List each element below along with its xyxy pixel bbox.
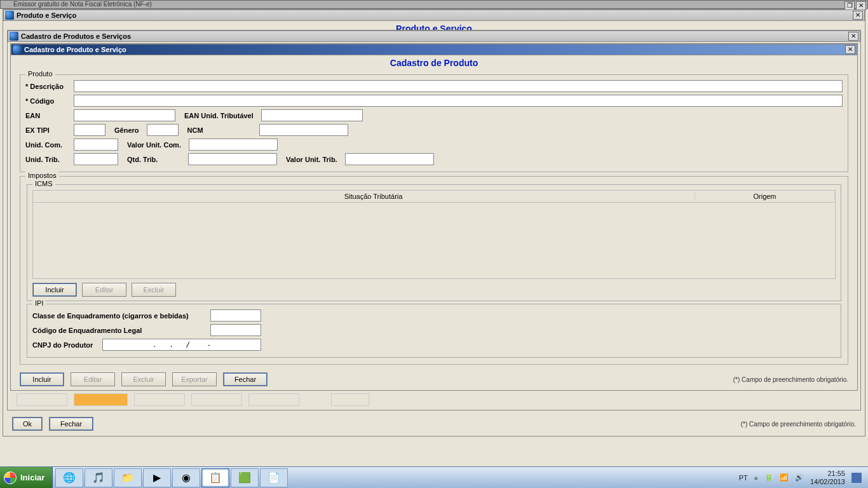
incluir-button[interactable]: Incluir	[20, 372, 64, 386]
required-hint-outer: (*) Campo de preenchimento obrigatório.	[741, 421, 856, 428]
taskbar-app-icon[interactable]: 🟩	[231, 468, 259, 487]
label-unid-trib: Unid. Trib.	[25, 156, 74, 163]
input-codigo[interactable]	[74, 95, 843, 107]
icms-editar-button: Editar	[82, 283, 126, 297]
label-ean: EAN	[25, 112, 74, 119]
group-icms: ICMS Situação Tributária Origem Incluir …	[27, 184, 841, 301]
input-unid-trib[interactable]	[74, 153, 118, 165]
input-valor-unit-com[interactable]	[189, 139, 278, 151]
tray-volume-icon[interactable]: 🔊	[795, 473, 804, 482]
legend-impostos: Impostos	[25, 172, 59, 179]
tray-battery-icon[interactable]: 🔋	[764, 473, 773, 482]
taskbar-nfe-icon[interactable]: 📋	[201, 468, 229, 487]
fechar-button[interactable]: Fechar	[223, 372, 268, 386]
tray-date: 14/02/2013	[810, 478, 845, 485]
taskbar-media-icon[interactable]: 🎵	[85, 468, 112, 487]
window-titlebar-2: Cadastro de Produtos e Serviços ✕	[8, 30, 860, 42]
window-titlebar-1: Produto e Serviço ✕	[3, 10, 865, 21]
page-heading-1: Produto e Serviço	[3, 21, 865, 30]
app-icon	[5, 11, 14, 20]
group-produto: Produto Descrição Código EAN EAN Unid. T…	[20, 74, 848, 172]
close-icon[interactable]: ✕	[848, 32, 858, 41]
windows-logo-icon	[4, 471, 17, 484]
window-controls-topmost: ❐ ✕	[844, 1, 866, 10]
hidden-button-row	[17, 393, 851, 407]
icms-table-body[interactable]	[32, 203, 836, 279]
taskbar: Iniciar 🌐 🎵 📁 ▶ ◉ 📋 🟩 📄 PT « 🔋 📶 🔊 21:55…	[0, 466, 868, 488]
label-classe-enq: Classe de Enquadramento (cigarros e bebi…	[32, 312, 210, 320]
taskbar-chrome-icon[interactable]: ◉	[172, 468, 200, 487]
input-classe-enq[interactable]	[210, 309, 261, 322]
input-valor-unit-trib[interactable]	[345, 153, 434, 165]
label-ncm: NCM	[187, 126, 207, 134]
tray-show-desktop-icon[interactable]	[851, 473, 862, 483]
window-title-2: Cadastro de Produtos e Serviços	[21, 32, 131, 40]
window-title-3: Cadastro de Produto e Serviço	[24, 46, 126, 53]
exportar-button: Exportar	[172, 372, 217, 386]
window-titlebar-3: Cadastro de Produto e Serviço ✕	[11, 44, 857, 55]
app-title-hidden: Emissor gratuito de Nota Fiscal Eletrôni…	[13, 1, 152, 8]
close-icon[interactable]: ✕	[853, 11, 863, 20]
window-title-1: Produto e Serviço	[17, 11, 76, 19]
page-heading: Cadastro de Produto	[11, 55, 857, 71]
app-icon	[13, 45, 22, 54]
legend-produto: Produto	[25, 70, 55, 78]
label-cod-enq: Código de Enquadramento Legal	[32, 327, 210, 334]
ok-button[interactable]: Ok	[12, 417, 43, 431]
input-cod-enq[interactable]	[210, 324, 261, 336]
tray-clock[interactable]: 21:55 14/02/2013	[810, 470, 845, 485]
group-impostos: Impostos ICMS Situação Tributária Origem…	[20, 176, 848, 365]
close-icon[interactable]: ✕	[845, 45, 855, 54]
label-qtd-trib: Qtd. Trib.	[127, 156, 184, 163]
tray-expand-icon[interactable]: «	[754, 474, 758, 482]
start-label: Iniciar	[20, 473, 44, 482]
legend-icms: ICMS	[32, 180, 55, 187]
group-ipi: IPI Classe de Enquadramento (cigarros e …	[27, 304, 841, 358]
label-ean-trib: EAN Unid. Tributável	[184, 112, 257, 119]
icms-incluir-button[interactable]: Incluir	[32, 283, 77, 297]
input-descricao[interactable]	[74, 80, 843, 92]
input-qtd-trib[interactable]	[188, 153, 277, 165]
taskbar-doc-icon[interactable]: 📄	[260, 468, 288, 487]
taskbar-ie-icon[interactable]: 🌐	[55, 468, 83, 487]
required-hint: (*) Campo de preenchimento obrigatório.	[733, 376, 848, 383]
label-cnpj-prod: CNPJ do Produtor	[32, 341, 102, 349]
tray-time: 21:55	[810, 470, 845, 477]
label-unid-com: Unid. Com.	[25, 141, 74, 149]
label-valor-unit-com: Valor Unit. Com.	[127, 141, 185, 149]
col-origem: Origem	[695, 193, 835, 200]
input-unid-com[interactable]	[74, 139, 118, 151]
excluir-button: Excluir	[121, 372, 166, 386]
legend-ipi: IPI	[32, 299, 46, 307]
fechar-button-outer[interactable]: Fechar	[49, 417, 93, 431]
input-ean[interactable]	[74, 109, 175, 121]
input-cnpj-prod[interactable]	[102, 339, 261, 351]
start-button[interactable]: Iniciar	[0, 467, 53, 489]
input-ncm[interactable]	[259, 124, 348, 136]
input-ean-trib[interactable]	[261, 109, 363, 121]
app-icon	[10, 32, 18, 41]
input-genero[interactable]	[147, 124, 179, 136]
tray-language[interactable]: PT	[739, 474, 748, 482]
label-codigo: Código	[25, 97, 74, 105]
restore-icon[interactable]: ❐	[844, 1, 855, 10]
system-tray: PT « 🔋 📶 🔊 21:55 14/02/2013	[733, 470, 868, 485]
tray-network-icon[interactable]: 📶	[780, 473, 789, 482]
icms-table-header: Situação Tributária Origem	[32, 190, 836, 203]
taskbar-wmp-icon[interactable]: ▶	[143, 468, 171, 487]
label-genero: Gênero	[114, 126, 143, 134]
col-situacao: Situação Tributária	[52, 193, 695, 200]
label-valor-unit-trib: Valor Unit. Trib.	[286, 156, 341, 163]
input-ex-tipi[interactable]	[74, 124, 105, 136]
editar-button: Editar	[71, 372, 115, 386]
close-icon[interactable]: ✕	[856, 1, 866, 10]
label-ex-tipi: EX TIPI	[25, 126, 74, 134]
icms-excluir-button: Excluir	[132, 283, 176, 297]
taskbar-explorer-icon[interactable]: 📁	[114, 468, 142, 487]
label-descricao: Descrição	[25, 83, 74, 90]
